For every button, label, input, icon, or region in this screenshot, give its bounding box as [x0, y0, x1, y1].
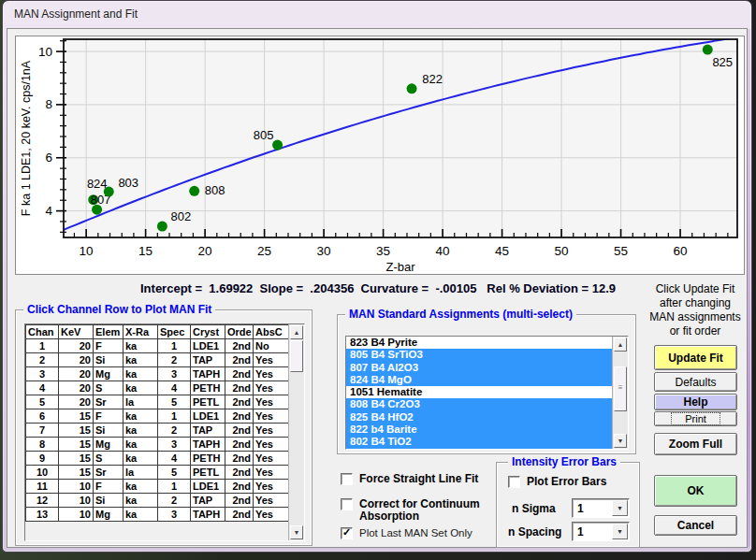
table-row[interactable]: 1310Mgka3TAPH2ndYes [26, 508, 289, 522]
table-cell[interactable]: 9 [26, 452, 59, 466]
table-cell[interactable]: 10 [59, 480, 94, 494]
table-row[interactable]: 1015Srla5PETL2ndYes [26, 466, 289, 480]
table-cell[interactable]: LDE1 [191, 409, 225, 424]
scroll-down-icon[interactable] [290, 525, 303, 539]
list-item[interactable]: 802 B4 TiO2 [346, 436, 612, 448]
correct-continuum-checkbox[interactable]: Correct for Continuum Absorption [341, 498, 490, 523]
table-cell[interactable]: 4 [158, 452, 191, 466]
checkbox-icon[interactable] [508, 476, 520, 488]
table-row[interactable]: 420Ska4PETH2ndYes [26, 381, 289, 395]
table-cell[interactable]: Yes [254, 494, 289, 508]
table-cell[interactable]: Yes [254, 466, 289, 480]
table-cell[interactable]: 15 [59, 466, 94, 480]
table-cell[interactable]: Mg [94, 438, 124, 452]
table-cell[interactable]: 2nd [225, 438, 254, 452]
table-cell[interactable]: ka [124, 494, 158, 508]
table-cell[interactable]: Si [94, 353, 124, 367]
table-cell[interactable]: 4 [26, 381, 59, 395]
channel-table[interactable]: ChanKeVElemX-RaSpecCrystOrdeAbsC120Fka1L… [25, 324, 289, 522]
table-row[interactable]: 1210Sika2TAP2ndYes [26, 494, 289, 508]
table-row[interactable]: 520Srla5PETL2ndYes [26, 395, 289, 409]
list-item[interactable]: 807 B4 Al2O3 [346, 362, 612, 374]
table-cell[interactable]: ka [124, 438, 158, 452]
table-cell[interactable]: LDE1 [191, 480, 225, 494]
table-cell[interactable]: 13 [26, 508, 59, 522]
table-cell[interactable]: F [94, 409, 124, 424]
table-row[interactable]: 320Mgka3TAPH2ndYes [26, 367, 289, 381]
table-cell[interactable]: TAPH [191, 367, 225, 381]
table-row[interactable]: 915Ska4PETH2ndYes [26, 452, 289, 466]
table-cell[interactable]: 5 [158, 395, 191, 409]
man-list-scrollbar[interactable] [612, 337, 628, 449]
table-cell[interactable]: 20 [59, 367, 94, 381]
ok-button[interactable]: OK [654, 475, 737, 507]
table-cell[interactable]: 10 [26, 466, 59, 480]
table-cell[interactable]: 2nd [225, 452, 254, 466]
table-cell[interactable]: ka [124, 367, 158, 381]
table-cell[interactable]: F [94, 339, 124, 353]
table-cell[interactable]: ka [124, 339, 158, 353]
update-fit-button[interactable]: Update Fit [654, 345, 737, 370]
table-cell[interactable]: ka [124, 381, 158, 395]
table-cell[interactable]: 2 [158, 353, 191, 367]
table-cell[interactable]: 1 [158, 339, 191, 353]
table-cell[interactable]: S [94, 381, 124, 395]
table-cell[interactable]: 5 [158, 466, 191, 480]
table-row[interactable]: 120Fka1LDE12ndNo [26, 339, 289, 353]
table-cell[interactable]: 1 [26, 339, 59, 353]
table-cell[interactable]: 2nd [225, 424, 254, 438]
print-button[interactable]: Print [654, 411, 737, 426]
table-cell[interactable]: Si [94, 494, 124, 508]
n-sigma-dropdown[interactable]: 1 [572, 498, 630, 518]
checkbox-icon[interactable] [341, 527, 353, 539]
table-cell[interactable]: F [94, 480, 124, 494]
list-item[interactable]: 824 B4 MgO [346, 374, 612, 386]
table-cell[interactable]: PETH [191, 381, 225, 395]
table-cell[interactable]: TAP [191, 424, 225, 438]
list-item[interactable]: 1051 Hematite [346, 386, 612, 398]
table-cell[interactable]: Sr [94, 466, 124, 480]
table-cell[interactable]: 3 [158, 508, 191, 522]
table-cell[interactable]: la [124, 395, 158, 409]
table-row[interactable]: 220Sika2TAP2ndYes [26, 353, 289, 367]
force-straight-line-checkbox[interactable]: Force Straight Line Fit [341, 473, 495, 485]
table-cell[interactable]: 15 [59, 438, 94, 452]
table-cell[interactable]: 6 [26, 409, 59, 424]
table-cell[interactable]: 3 [26, 367, 59, 381]
table-cell[interactable]: 10 [59, 508, 94, 522]
table-cell[interactable]: 2nd [225, 494, 254, 508]
checkbox-icon[interactable] [341, 473, 353, 485]
table-cell[interactable]: TAP [191, 494, 225, 508]
table-row[interactable]: 1110Fka1LDE12ndYes [26, 480, 289, 494]
table-cell[interactable]: ka [124, 424, 158, 438]
table-cell[interactable]: ka [124, 508, 158, 522]
table-cell[interactable]: Yes [254, 395, 289, 409]
table-cell[interactable]: Mg [94, 508, 124, 522]
table-cell[interactable]: ka [124, 353, 158, 367]
channel-table-scrollbar[interactable] [288, 324, 304, 540]
table-cell[interactable]: 20 [59, 339, 94, 353]
plot-last-man-set-checkbox[interactable]: Plot Last MAN Set Only [341, 527, 500, 539]
table-cell[interactable]: ka [124, 452, 158, 466]
scroll-down-icon[interactable] [614, 434, 627, 448]
table-cell[interactable]: Yes [254, 409, 289, 424]
checkbox-icon[interactable] [341, 498, 353, 510]
table-cell[interactable]: TAP [191, 353, 225, 367]
table-cell[interactable]: 2nd [225, 367, 254, 381]
table-cell[interactable]: 11 [26, 480, 59, 494]
table-cell[interactable]: Yes [254, 367, 289, 381]
cancel-button[interactable]: Cancel [654, 515, 737, 536]
man-standards-list[interactable]: 823 B4 Pyrite805 B4 SrTiO3807 B4 Al2O382… [346, 337, 612, 449]
table-cell[interactable]: 5 [26, 395, 59, 409]
table-cell[interactable]: Yes [254, 381, 289, 395]
table-row[interactable]: 815Mgka3TAPH2ndYes [26, 438, 289, 452]
table-cell[interactable]: 2 [158, 424, 191, 438]
table-cell[interactable]: 1 [158, 409, 191, 424]
table-cell[interactable]: PETH [191, 452, 225, 466]
table-cell[interactable]: 2nd [225, 339, 254, 353]
table-cell[interactable]: 20 [59, 381, 94, 395]
table-cell[interactable]: Si [94, 424, 124, 438]
scrollbar-thumb[interactable] [290, 340, 303, 372]
table-cell[interactable]: 10 [59, 494, 94, 508]
table-cell[interactable]: 8 [26, 438, 59, 452]
